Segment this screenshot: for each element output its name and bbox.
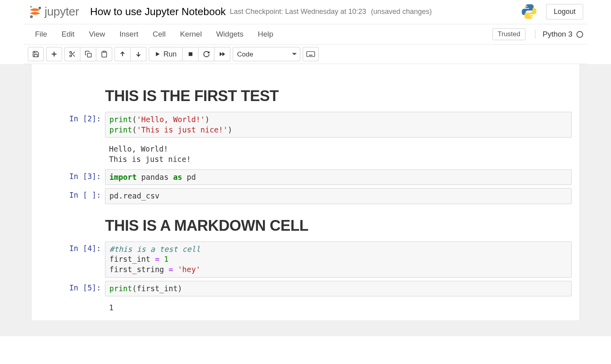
restart-run-all-button[interactable] <box>214 47 230 61</box>
python-logo-icon <box>521 3 537 20</box>
notebook-cell[interactable]: In [2]:print('Hello, World!') print('Thi… <box>35 110 576 139</box>
move-up-button[interactable] <box>115 47 130 61</box>
menu-help[interactable]: Help <box>251 27 280 41</box>
notebook-cell[interactable]: In [4]:#this is a test cell first_int = … <box>35 240 576 279</box>
cell-prompt: In [3]: <box>35 169 105 185</box>
save-button[interactable] <box>28 47 44 61</box>
fast-forward-icon <box>219 51 226 57</box>
add-cell-button[interactable] <box>46 47 62 61</box>
menu-kernel[interactable]: Kernel <box>173 27 209 41</box>
svg-point-3 <box>526 6 527 7</box>
menu-view[interactable]: View <box>82 27 112 41</box>
notebook-cell[interactable]: In [5]:print(first_int) <box>35 279 576 298</box>
menu-cell[interactable]: Cell <box>146 27 173 41</box>
notebook-background: THIS IS THE FIRST TESTIn [2]:print('Hell… <box>0 64 611 336</box>
menu-file[interactable]: File <box>28 27 54 41</box>
notebook-container: THIS IS THE FIRST TESTIn [2]:print('Hell… <box>31 64 580 320</box>
markdown-rendered[interactable]: THIS IS THE FIRST TEST <box>105 78 572 109</box>
svg-point-2 <box>30 16 33 18</box>
svg-line-11 <box>71 53 72 54</box>
svg-marker-19 <box>222 52 225 56</box>
output-row: 1 <box>35 298 576 316</box>
cell-output: 1 <box>105 300 572 315</box>
arrow-down-icon <box>135 51 142 57</box>
cell-body: import pandas as pd <box>105 169 576 185</box>
move-down-button[interactable] <box>130 47 146 61</box>
notebook-cell[interactable]: In [3]:import pandas as pd <box>35 168 576 187</box>
menu-insert[interactable]: Insert <box>112 27 146 41</box>
checkpoint-text: Last Checkpoint: Last Wednesday at 10:23 <box>230 8 366 16</box>
cell-prompt: In [5]: <box>35 281 105 297</box>
code-input[interactable]: #this is a test cell first_int = 1 first… <box>105 241 572 278</box>
arrow-up-icon <box>119 51 126 57</box>
trusted-indicator[interactable]: Trusted <box>492 28 525 40</box>
code-input[interactable]: import pandas as pd <box>105 169 572 185</box>
paste-button[interactable] <box>96 47 112 61</box>
notebook-cell[interactable]: THIS IS THE FIRST TEST <box>35 76 576 110</box>
svg-rect-20 <box>307 52 315 57</box>
copy-icon <box>85 51 92 58</box>
cell-body: THIS IS THE FIRST TEST <box>105 78 576 109</box>
cell-body: print(first_int) <box>105 281 576 297</box>
restart-button[interactable] <box>198 47 214 61</box>
code-input[interactable]: print(first_int) <box>105 281 572 297</box>
notebook-cell[interactable]: THIS IS A MARKDOWN CELL <box>35 206 576 240</box>
notebook-title[interactable]: How to use Jupyter Notebook <box>90 6 226 18</box>
run-label: Run <box>163 50 177 58</box>
play-icon <box>155 51 160 57</box>
cut-icon <box>69 51 76 58</box>
celltype-select[interactable]: Code <box>233 47 300 61</box>
kernel-name: Python 3 <box>543 30 572 39</box>
plus-icon <box>51 51 58 58</box>
cell-prompt: In [ ]: <box>35 188 105 204</box>
svg-point-7 <box>70 51 72 53</box>
toolbar: Run Code <box>24 45 587 64</box>
logout-button[interactable]: Logout <box>546 4 583 19</box>
cell-prompt <box>35 207 105 238</box>
cell-body: pd.read_csv <box>105 188 576 204</box>
svg-point-1 <box>39 7 41 9</box>
svg-point-8 <box>70 55 72 57</box>
svg-point-0 <box>30 6 32 8</box>
cell-body: print('Hello, World!') print('This is ju… <box>105 112 576 138</box>
cell-prompt: In [2]: <box>35 112 105 138</box>
markdown-heading: THIS IS A MARKDOWN CELL <box>105 207 572 238</box>
svg-marker-18 <box>220 52 222 56</box>
markdown-rendered[interactable]: THIS IS A MARKDOWN CELL <box>105 207 572 238</box>
output-prompt <box>35 300 105 315</box>
jupyter-logo-text: jupyter <box>45 5 79 18</box>
svg-line-10 <box>73 55 75 56</box>
restart-icon <box>203 51 210 58</box>
kernel-indicator[interactable]: Python 3 <box>535 30 583 39</box>
paste-icon <box>101 51 108 58</box>
output-row: Hello, World! This is just nice! <box>35 139 576 167</box>
svg-rect-12 <box>87 53 91 57</box>
cell-prompt: In [4]: <box>35 241 105 278</box>
command-palette-button[interactable] <box>303 47 319 61</box>
unsaved-indicator: (unsaved changes) <box>371 8 432 16</box>
cell-output: Hello, World! This is just nice! <box>105 141 572 166</box>
menu-widgets[interactable]: Widgets <box>209 27 251 41</box>
svg-marker-16 <box>156 52 160 56</box>
save-icon <box>32 51 39 58</box>
menu-edit[interactable]: Edit <box>54 27 82 41</box>
copy-button[interactable] <box>80 47 96 61</box>
cut-button[interactable] <box>64 47 80 61</box>
header: jupyter How to use Jupyter Notebook Last… <box>24 0 587 24</box>
interrupt-button[interactable] <box>183 47 198 61</box>
output-prompt <box>35 141 105 166</box>
jupyter-logo-icon <box>28 4 42 19</box>
jupyter-logo[interactable]: jupyter <box>28 4 79 19</box>
svg-rect-13 <box>103 51 105 53</box>
run-button[interactable]: Run <box>149 47 183 61</box>
svg-point-4 <box>531 16 532 18</box>
code-input[interactable]: print('Hello, World!') print('This is ju… <box>105 112 572 138</box>
cell-body: #this is a test cell first_int = 1 first… <box>105 241 576 278</box>
notebook-cell[interactable]: In [ ]:pd.read_csv <box>35 187 576 206</box>
cell-prompt <box>35 78 105 109</box>
menubar: File Edit View Insert Cell Kernel Widget… <box>24 24 587 45</box>
stop-icon <box>188 51 193 57</box>
code-input[interactable]: pd.read_csv <box>105 188 572 204</box>
kernel-status-icon <box>576 31 583 38</box>
svg-rect-17 <box>189 52 192 56</box>
